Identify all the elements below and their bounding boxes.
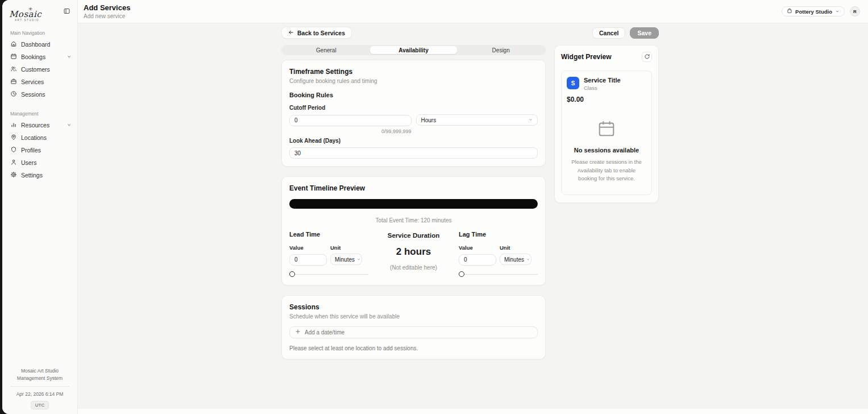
lead-unit-value: Minutes xyxy=(335,256,355,263)
lag-time-slider[interactable] xyxy=(459,271,538,278)
sidebar-item-users[interactable]: Users xyxy=(2,156,77,169)
calendar-icon xyxy=(10,53,17,61)
no-sessions-title: No sessions available xyxy=(567,147,646,154)
map-pin-icon xyxy=(10,134,17,142)
no-sessions-message: Please create sessions in the Availabili… xyxy=(569,158,644,183)
look-ahead-input[interactable] xyxy=(289,147,538,159)
app-window: ✳ Mosaic ART STUDIO Main Navigation Dash… xyxy=(2,0,868,414)
studio-selector[interactable]: Pottery Studio xyxy=(782,6,845,16)
sidebar-item-services[interactable]: Services xyxy=(2,76,77,88)
timeframe-settings-card: Timeframe Settings Configure booking rul… xyxy=(281,60,546,167)
tab-availability[interactable]: Availability xyxy=(370,46,458,54)
service-duration-title: Service Duration xyxy=(368,232,459,239)
booking-rules-title: Booking Rules xyxy=(289,92,538,98)
lag-time-title: Lag Time xyxy=(459,231,538,238)
user-avatar[interactable]: R xyxy=(850,6,860,16)
lead-value-label: Value xyxy=(289,245,327,251)
cutoff-period-input[interactable] xyxy=(289,115,412,126)
gear-icon xyxy=(10,171,17,179)
timeline-title: Event Timeline Preview xyxy=(289,184,538,192)
sidebar-item-label: Locations xyxy=(21,134,72,141)
sidebar-item-bookings[interactable]: Bookings xyxy=(2,51,77,63)
user-icon xyxy=(10,159,17,167)
service-duration-note: (Not editable here) xyxy=(368,264,459,271)
sessions-subtitle: Schedule when this service will be avail… xyxy=(289,313,538,320)
footer-app-name: Mosaic Art Studio xyxy=(7,367,73,374)
clock-icon xyxy=(10,90,17,98)
sidebar-item-profiles[interactable]: Profiles xyxy=(2,144,77,156)
sidebar-item-label: Settings xyxy=(21,172,72,179)
chevron-down-icon xyxy=(67,53,72,60)
bar-chart-icon xyxy=(10,121,17,129)
service-type: Class xyxy=(584,85,621,91)
sidebar-item-dashboard[interactable]: Dashboard xyxy=(2,38,77,51)
page-subtitle: Add new service xyxy=(84,13,130,19)
lead-unit-select[interactable]: Minutes xyxy=(330,254,362,265)
sidebar-item-locations[interactable]: Locations xyxy=(2,131,77,144)
sidebar-item-label: Dashboard xyxy=(21,41,72,48)
slider-handle[interactable] xyxy=(459,271,464,277)
sessions-title: Sessions xyxy=(289,303,538,311)
page-title: Add Services xyxy=(84,3,130,12)
lead-time-slider[interactable] xyxy=(289,271,368,278)
footer-datetime: Apr 22, 2026 6:14 PM xyxy=(7,391,73,397)
cutoff-counter: 0/99,999,999 xyxy=(289,129,412,134)
service-title: Service Title xyxy=(584,77,621,84)
slider-track xyxy=(462,274,538,275)
service-preview: S Service Title Class $0.00 No sessions … xyxy=(561,71,652,195)
slider-handle[interactable] xyxy=(289,271,295,277)
lead-time-group: Lead Time Value Unit M xyxy=(289,231,368,278)
sidebar-item-settings[interactable]: Settings xyxy=(2,169,77,181)
sidebar-item-label: Services xyxy=(21,78,72,85)
timeframe-title: Timeframe Settings xyxy=(289,68,538,76)
nav-section-management: Management xyxy=(2,106,77,119)
sidebar-item-label: Customers xyxy=(21,66,72,73)
refresh-preview-button[interactable] xyxy=(642,52,652,62)
lag-value-input[interactable] xyxy=(459,254,496,266)
sidebar-item-label: Users xyxy=(21,159,72,166)
sessions-note: Please select at least one location to a… xyxy=(289,345,538,351)
chevron-down-icon xyxy=(528,117,533,123)
event-timeline-card: Event Timeline Preview Total Event Time:… xyxy=(281,176,546,285)
content-area: Back to Services Cancel Save General Ava… xyxy=(78,23,868,414)
back-button-label: Back to Services xyxy=(297,30,345,36)
cutoff-unit-select[interactable]: Hours xyxy=(416,114,538,126)
slider-track xyxy=(292,274,368,275)
lead-time-title: Lead Time xyxy=(289,231,368,238)
chevron-down-icon xyxy=(835,9,840,15)
lag-unit-select[interactable]: Minutes xyxy=(500,254,531,265)
sidebar-item-label: Bookings xyxy=(21,53,63,60)
cancel-button[interactable]: Cancel xyxy=(592,27,625,39)
briefcase-icon xyxy=(10,78,17,86)
save-button[interactable]: Save xyxy=(630,27,659,39)
lead-value-input[interactable] xyxy=(289,254,327,266)
total-event-time: Total Event Time: 120 minutes xyxy=(289,217,538,223)
lag-unit-label: Unit xyxy=(500,245,531,251)
collapse-sidebar-button[interactable] xyxy=(61,7,72,17)
sidebar-item-resources[interactable]: Resources xyxy=(2,119,77,131)
look-ahead-label: Look Ahead (Days) xyxy=(289,138,538,144)
widget-preview-card: Widget Preview S Service Title Class xyxy=(554,45,659,203)
users-icon xyxy=(10,65,17,73)
lag-time-group: Lag Time Value Unit Mi xyxy=(459,231,538,278)
add-datetime-button[interactable]: Add a date/time xyxy=(289,326,538,338)
chevron-down-icon xyxy=(526,256,530,263)
refresh-icon xyxy=(644,53,650,61)
sidebar-item-customers[interactable]: Customers xyxy=(2,63,77,76)
tab-design[interactable]: Design xyxy=(457,46,545,54)
back-arrow-icon xyxy=(288,30,294,36)
timeline-bar xyxy=(289,199,538,209)
lag-unit-value: Minutes xyxy=(504,256,524,263)
sidebar: ✳ Mosaic ART STUDIO Main Navigation Dash… xyxy=(2,0,78,414)
timezone-badge: UTC xyxy=(31,401,49,409)
studio-icon xyxy=(787,8,792,15)
sidebar-item-sessions[interactable]: Sessions xyxy=(2,88,77,101)
sidebar-footer: Mosaic Art Studio Management System Apr … xyxy=(2,367,77,409)
plus-icon xyxy=(295,329,301,336)
back-to-services-button[interactable]: Back to Services xyxy=(281,27,352,39)
service-price: $0.00 xyxy=(567,96,646,104)
chevron-down-icon xyxy=(67,122,72,129)
tab-general[interactable]: General xyxy=(283,46,370,54)
footer-divider xyxy=(10,386,69,387)
service-tabs: General Availability Design xyxy=(281,45,546,55)
